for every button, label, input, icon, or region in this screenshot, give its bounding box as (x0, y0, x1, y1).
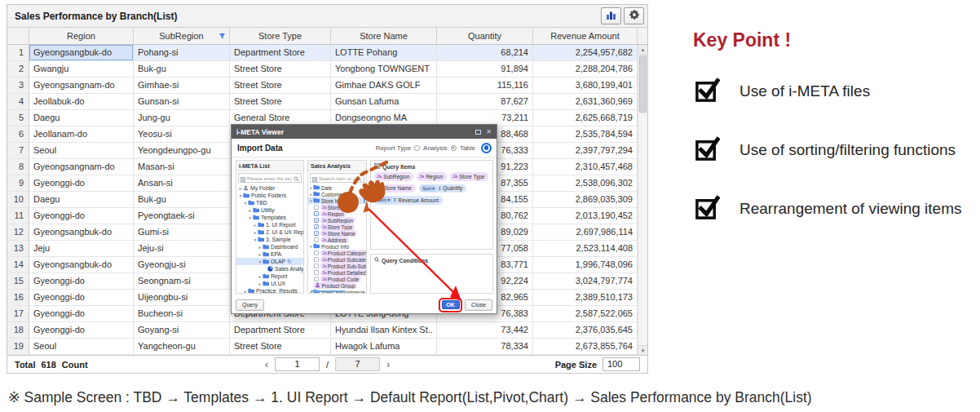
measure-pill-revenue-amount[interactable]: Sum▾ΣRevenue Amount (374, 196, 443, 205)
field-checkbox[interactable] (314, 264, 319, 268)
field-pill[interactable]: JaRegion (320, 210, 347, 217)
imeta-search-input[interactable]: Please enter the keywords. (238, 173, 302, 183)
aggregation-dropdown[interactable]: Sum▾ (376, 197, 392, 203)
field-folder-product-info[interactable]: ▾Product Info (308, 243, 366, 250)
field-item-product-detailed-categ[interactable]: JaProduct Detailed Categ (308, 269, 366, 276)
field-item-product-subcategory[interactable]: JaProduct Subcategory (308, 256, 366, 263)
field-checkbox[interactable] (314, 205, 319, 210)
field-pill[interactable]: Product Group (313, 282, 357, 289)
tree-item-1-ui-report[interactable]: ▸1. UI Report (236, 221, 303, 228)
table-row[interactable]: 19SeoulYangcheon-guStreet StoreHwagok La… (7, 339, 647, 355)
tree-item-3-sample[interactable]: ▾3. Sample (236, 236, 303, 243)
field-pill[interactable]: JaProduct Category (320, 250, 366, 256)
close-button[interactable]: Close (465, 299, 492, 311)
field-checkbox[interactable]: ✓ (314, 211, 319, 216)
scroll-down-icon[interactable]: ▼ (638, 345, 647, 355)
tree-item-ui-ux[interactable]: ▸UI,UX (236, 280, 303, 287)
field-checkbox[interactable] (314, 250, 319, 255)
tree-item-practice-results[interactable]: ▸Practice_Results (236, 287, 303, 294)
current-page-input[interactable]: 1 (275, 357, 320, 371)
field-checkbox[interactable]: ✓ (314, 218, 319, 223)
tree-item-utility[interactable]: ▸Utility (236, 206, 303, 214)
table-cell: Street Store (230, 94, 331, 110)
column-header-store-name[interactable]: Store Name (331, 28, 437, 44)
vertical-scrollbar[interactable]: ▲ ▼ (638, 45, 647, 355)
field-pill[interactable]: JaStore Code (320, 204, 356, 210)
measure-pill-quantity[interactable]: Sum▾ΣQuantity (419, 184, 466, 193)
scrollbar-thumb[interactable] (639, 55, 647, 113)
field-pill[interactable]: JaProduct Code (320, 276, 361, 282)
ok-button[interactable]: OK (442, 300, 460, 309)
dimension-pill-subregion[interactable]: JaSubRegion (374, 172, 413, 181)
next-page-icon[interactable]: › (386, 358, 390, 371)
chart-view-button[interactable] (601, 7, 621, 24)
column-header-revenue-amount[interactable]: Revenue Amount (533, 28, 638, 44)
tree-item-report[interactable]: ▸Report (236, 272, 303, 280)
dialog-title-bar[interactable]: i-META Viewer ✕ (232, 125, 497, 139)
column-header-store-type[interactable]: Store Type (230, 28, 331, 44)
field-checkbox[interactable] (314, 270, 319, 275)
table-row[interactable]: 4Jeollabuk-doGunsan-siStreet StoreGunsan… (7, 94, 647, 110)
field-pill[interactable]: JaStore Type (320, 224, 355, 230)
tree-item-public-folders[interactable]: ▾Public Folders (236, 192, 303, 199)
column-header-quantity[interactable]: Quantity (437, 28, 533, 44)
field-checkbox[interactable]: ✓ (314, 231, 319, 236)
query-button[interactable]: Query (236, 299, 264, 311)
field-item-subregion[interactable]: ✓JaSubRegion (308, 217, 366, 224)
field-item-store-type[interactable]: ✓JaStore Type (308, 224, 366, 230)
table-row[interactable]: 3Gyeongsangnam-doGimhae-siStreet StoreGi… (7, 78, 647, 94)
table-row[interactable]: 18Gyeonggi-doGoyang-siDepartment StoreHy… (7, 322, 647, 339)
field-search-input[interactable]: Search item or column nam (310, 173, 364, 183)
tree-item-tbd[interactable]: ▾TBD (236, 199, 303, 206)
tree-item-epa[interactable]: ▸EPA (236, 250, 303, 258)
settings-button[interactable] (624, 7, 644, 24)
target-icon[interactable] (481, 143, 492, 153)
table-row[interactable]: 1Gyeongsangbuk-doPohang-siDepartment Sto… (7, 45, 647, 61)
tree-item-my-folder[interactable]: ▸My Folder (236, 184, 303, 192)
maximize-icon[interactable] (475, 130, 481, 135)
field-pill[interactable]: JaProduct Sub-Subcatego (320, 263, 366, 269)
field-pill[interactable]: JaProduct Detailed Categ (320, 269, 366, 276)
tree-item-sales-analysis[interactable]: Sales Analysis (236, 265, 303, 272)
dimension-pill-store-name[interactable]: JaStore Name (374, 184, 416, 193)
field-checkbox[interactable] (314, 237, 319, 242)
prev-page-icon[interactable]: ‹ (265, 358, 268, 371)
table-row[interactable]: 2GwangjuBuk-guStreet StoreYongbong TOWNG… (7, 61, 647, 78)
field-pill[interactable]: JaAddress (320, 237, 349, 243)
column-header-subregion[interactable]: SubRegion (134, 28, 230, 44)
radio-table[interactable] (451, 145, 457, 151)
tree-item-dashboard[interactable]: ▸Dashboard (236, 243, 303, 250)
refresh-icon[interactable]: ↻ (287, 259, 291, 265)
field-folder-date[interactable]: ▸Date (308, 184, 366, 191)
field-checkbox[interactable]: ✓ (314, 224, 319, 229)
field-item-address[interactable]: JaAddress (308, 237, 366, 243)
field-pill[interactable]: JaProduct Subcategory (320, 256, 366, 263)
field-checkbox[interactable] (314, 257, 319, 262)
field-pill[interactable]: JaStore Name (320, 230, 357, 237)
field-item-region[interactable]: ✓JaRegion (308, 210, 366, 217)
scroll-up-icon[interactable]: ▲ (638, 45, 647, 55)
mid-scrollbar-vertical[interactable] (364, 185, 366, 203)
field-item-store-code[interactable]: JaStore Code (308, 204, 366, 210)
mid-scrollbar-horizontal[interactable] (311, 290, 345, 293)
radio-analysis[interactable] (414, 145, 420, 151)
dimension-pill-store-type[interactable]: JaStore Type (450, 172, 488, 181)
aggregation-dropdown[interactable]: Sum▾ (421, 185, 437, 192)
field-item-product-code[interactable]: JaProduct Code (308, 276, 366, 282)
dimension-pill-region[interactable]: JaRegion (417, 172, 447, 181)
field-item-product-sub-subcatego[interactable]: JaProduct Sub-Subcatego (308, 263, 366, 269)
tree-item-olap[interactable]: ▾OLAP↻ (236, 258, 303, 265)
field-item-store-name[interactable]: ✓JaStore Name (308, 230, 366, 237)
field-checkbox[interactable] (314, 277, 319, 281)
field-folder-customer-info[interactable]: ▸Customer Info (308, 191, 366, 197)
filter-icon[interactable] (219, 32, 226, 42)
field-item-product-group[interactable]: Product Group (308, 282, 366, 289)
field-folder-store-info[interactable]: ▾Store Info (308, 197, 366, 204)
field-pill[interactable]: JaSubRegion (320, 217, 355, 224)
tree-item-templates[interactable]: ▾Templates (236, 214, 303, 221)
close-icon[interactable]: ✕ (486, 129, 492, 135)
page-size-input[interactable]: 100 (603, 357, 640, 371)
field-item-product-category[interactable]: JaProduct Category (308, 250, 366, 256)
tree-item-2-ui-ux-report[interactable]: ▸2. UI & UX Report (236, 228, 303, 236)
column-header-region[interactable]: Region (29, 28, 134, 44)
